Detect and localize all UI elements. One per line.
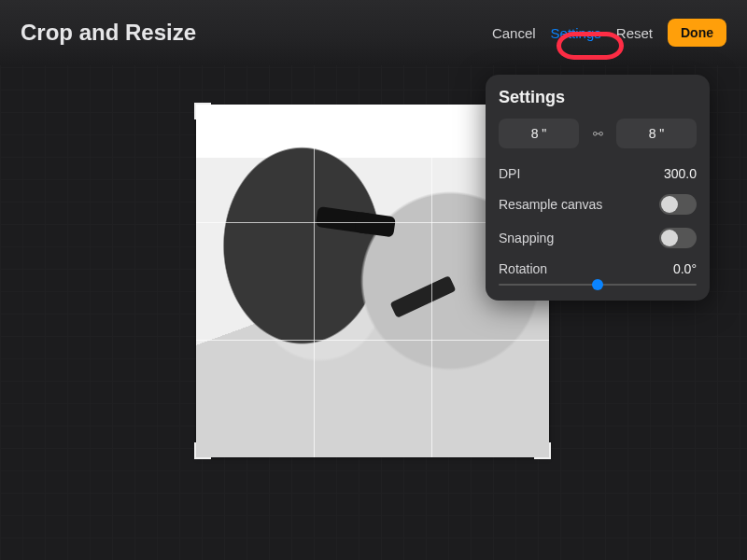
settings-popover: Settings 8 " ⚯ 8 " DPI 300.0 Resample ca… bbox=[486, 75, 710, 301]
resample-toggle[interactable] bbox=[659, 194, 697, 215]
dpi-label: DPI bbox=[499, 166, 520, 181]
resample-label: Resample canvas bbox=[499, 197, 602, 212]
reset-button[interactable]: Reset bbox=[616, 25, 653, 41]
page-title: Crop and Resize bbox=[21, 20, 196, 46]
crop-handle-top-left[interactable] bbox=[194, 103, 211, 119]
dpi-row: DPI 300.0 bbox=[499, 160, 697, 188]
rotation-slider-thumb[interactable] bbox=[592, 279, 603, 290]
resample-row: Resample canvas bbox=[499, 188, 697, 221]
snapping-toggle[interactable] bbox=[659, 228, 697, 248]
dimensions-row: 8 " ⚯ 8 " bbox=[499, 119, 697, 148]
rotation-label: Rotation bbox=[499, 261, 547, 276]
settings-title: Settings bbox=[499, 88, 697, 107]
topbar: Crop and Resize Cancel Settings Reset Do… bbox=[0, 0, 747, 65]
cancel-button[interactable]: Cancel bbox=[492, 25, 536, 41]
snapping-row: Snapping bbox=[499, 221, 697, 255]
rotation-value: 0.0° bbox=[673, 261, 697, 276]
crop-handle-bottom-left[interactable] bbox=[194, 442, 211, 459]
top-actions: Cancel Settings Reset Done bbox=[492, 19, 726, 47]
crop-handle-bottom-right[interactable] bbox=[534, 442, 551, 459]
rotation-row: Rotation 0.0° bbox=[499, 255, 697, 278]
width-input[interactable]: 8 " bbox=[499, 119, 579, 148]
done-button[interactable]: Done bbox=[668, 19, 726, 47]
rotation-slider[interactable] bbox=[499, 284, 697, 286]
dpi-value[interactable]: 300.0 bbox=[664, 166, 697, 181]
settings-button[interactable]: Settings bbox=[551, 25, 601, 41]
snapping-label: Snapping bbox=[499, 231, 554, 245]
height-input[interactable]: 8 " bbox=[616, 119, 697, 148]
link-aspect-icon[interactable]: ⚯ bbox=[586, 127, 609, 141]
